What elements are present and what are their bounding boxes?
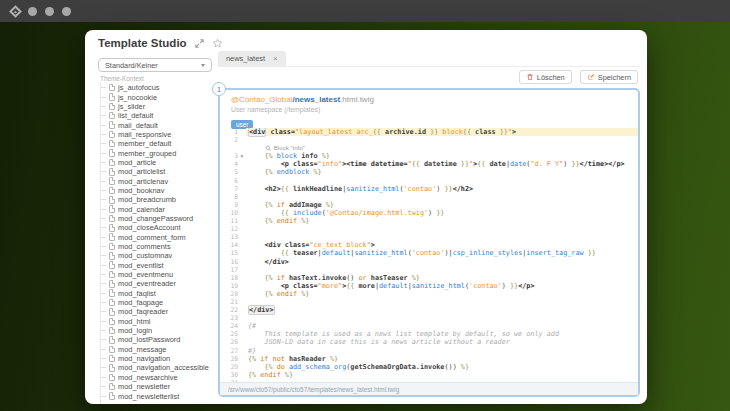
line-number: 13 [220, 233, 246, 241]
tree-item[interactable]: mod_newsarchive [101, 373, 222, 382]
fold-marker-icon[interactable]: ▾ [238, 152, 246, 160]
file-icon [109, 374, 115, 382]
page-title: Template Studio [98, 37, 187, 49]
code-line[interactable]: 26 JSON-LD data in case this is a news a… [220, 338, 638, 346]
template-extension: .html.twig [340, 95, 374, 104]
file-icon [109, 280, 115, 288]
code-line[interactable]: 27#} [220, 347, 638, 355]
template-namespace: @Contao_Global [231, 95, 293, 104]
tree-item[interactable]: mod_closeAccount [101, 223, 222, 232]
tree-item[interactable]: mod_calendar [101, 204, 222, 213]
line-number: 15 [220, 249, 246, 257]
tree-item[interactable]: mod_articlenav [101, 176, 222, 185]
favorite-star-icon[interactable] [212, 38, 223, 49]
tab-close-icon[interactable]: × [273, 55, 278, 63]
code-line[interactable]: 6 [220, 177, 638, 185]
file-icon [109, 289, 115, 297]
tree-item[interactable]: mail_responsive [101, 130, 222, 139]
code-line[interactable]: 23 [220, 314, 638, 322]
code-line[interactable]: 17 [220, 266, 638, 274]
code-lens[interactable]: Block "info" [220, 144, 638, 152]
code-line[interactable]: 8 [220, 193, 638, 201]
tree-guide [101, 311, 106, 312]
file-icon [109, 243, 115, 251]
code-line[interactable]: 18 {% if hasText.invoke() or hasTeaser %… [220, 274, 638, 282]
tree-item[interactable]: mod_message [101, 345, 222, 354]
tree-guide [101, 162, 106, 163]
code-line[interactable]: 21 [220, 298, 638, 306]
tree-item[interactable]: mod_eventreader [101, 279, 222, 288]
tree-item[interactable]: mod_navigation [101, 354, 222, 363]
code-line[interactable]: 13 [220, 233, 638, 241]
tree-item[interactable]: js_slider [101, 102, 222, 111]
code-line[interactable]: 19 <p class="more">{{ more|default|sanit… [220, 282, 638, 290]
line-number: 10 [220, 209, 246, 217]
code-line[interactable]: 25 This template is used as a news list … [220, 330, 638, 338]
code-line[interactable]: 16 </div> [220, 258, 638, 266]
code-line[interactable]: 24{# [220, 322, 638, 330]
tree-item[interactable]: member_grouped [101, 148, 222, 157]
delete-button[interactable]: Löschen [519, 70, 572, 84]
tree-guide [101, 293, 106, 294]
tree-item[interactable]: mod_breadcrumb [101, 195, 222, 204]
titlebar-dot-icon[interactable] [62, 7, 71, 16]
tree-item-label: js_autofocus [118, 83, 160, 92]
tree-item[interactable]: mod_booknav [101, 186, 222, 195]
tree-item[interactable]: mod_lostPassword [101, 335, 222, 344]
tree-guide [101, 209, 106, 210]
code-line[interactable]: 22</div> [220, 306, 638, 314]
code-line[interactable]: 5 {% endblock %} [220, 168, 638, 176]
code-line[interactable]: 14 <div class="ce_text block"> [220, 241, 638, 249]
code-line[interactable]: 12 [220, 225, 638, 233]
tree-item[interactable]: mod_article [101, 158, 222, 167]
line-number: 9 [220, 201, 246, 209]
tree-item[interactable]: mod_navigation_accessible [101, 363, 222, 372]
code-line[interactable]: 7 <h2>{{ linkHeadline|sanitize_html('con… [220, 185, 638, 193]
code-line[interactable]: 1<div class="layout_latest arc_{{ archiv… [220, 128, 638, 136]
code-line[interactable]: 4 <p class="info"><time datetime="{{ dat… [220, 160, 638, 168]
code-line[interactable]: 20 {% endif %} [220, 290, 638, 298]
code-line[interactable]: 11 {% endif %} [220, 217, 638, 225]
tree-item[interactable]: mod_faqpage [101, 298, 222, 307]
code-line[interactable]: 29 {% do add_schema_org(getSchemaOrgData… [220, 363, 638, 371]
theme-context-select[interactable]: Standard/Keiner [98, 58, 212, 72]
code-line[interactable]: 15 {{ teaser|default|sanitize_html('cont… [220, 249, 638, 257]
tree-item[interactable]: mail_default [101, 120, 222, 129]
code-line[interactable]: 3▾ {% block info %} [220, 152, 638, 160]
tree-item[interactable]: mod_html [101, 317, 222, 326]
save-button[interactable]: Speichern [580, 70, 638, 84]
tree-item[interactable]: mod_customnav [101, 251, 222, 260]
template-filename: /news_latest [293, 95, 341, 104]
tree-item[interactable]: mod_newsletterlist [101, 391, 222, 400]
titlebar-dot-icon[interactable] [45, 7, 54, 16]
tree-item[interactable]: mod_comments [101, 242, 222, 251]
tree-item[interactable]: mod_changePassword [101, 214, 222, 223]
code-line[interactable]: 2 [220, 136, 638, 144]
code-line[interactable]: 10 {{ include('@Contao/image.html.twig')… [220, 209, 638, 217]
tree-guide [101, 377, 106, 378]
expand-icon[interactable] [194, 38, 205, 49]
tree-item-label: mod_navigation_accessible [118, 363, 209, 372]
tree-item[interactable]: mod_eventmenu [101, 270, 222, 279]
tree-item[interactable]: list_default [101, 111, 222, 120]
tree-item[interactable]: mod_faqreader [101, 307, 222, 316]
tree-guide [101, 246, 106, 247]
file-icon [109, 261, 115, 269]
titlebar-dot-icon[interactable] [28, 7, 37, 16]
tree-item[interactable]: mod_articlelist [101, 167, 222, 176]
tree-item-label: mod_eventlist [118, 261, 164, 270]
code-line[interactable]: 30{% endif %} [220, 371, 638, 379]
tree-item[interactable]: member_default [101, 139, 222, 148]
tree-item[interactable]: mod_comment_form [101, 233, 222, 242]
tree-item[interactable]: js_autofocus [101, 83, 222, 92]
code-line[interactable]: 28{% if not hasReader %} [220, 355, 638, 363]
tab-news-latest[interactable]: news_latest × [218, 51, 286, 66]
tree-item[interactable]: mod_newsletter [101, 382, 222, 391]
tree-item[interactable]: js_nocookie [101, 92, 222, 101]
tree-item[interactable]: mod_login [101, 326, 222, 335]
tree-item[interactable]: mod_eventlist [101, 261, 222, 270]
line-number: 11 [220, 217, 246, 225]
code-area[interactable]: 1<div class="layout_latest arc_{{ archiv… [220, 128, 638, 382]
tree-item[interactable]: mod_faqlist [101, 289, 222, 298]
code-line[interactable]: 9 {% if addImage %} [220, 201, 638, 209]
